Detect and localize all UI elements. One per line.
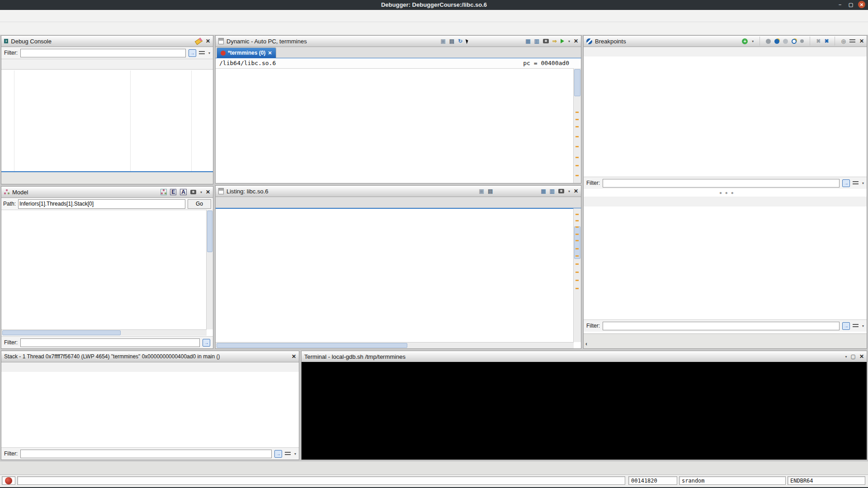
- track-pc-icon[interactable]: [561, 39, 564, 43]
- panel-title: Dynamic - Auto PC, termmines: [226, 38, 307, 45]
- disassembly-listing[interactable]: [216, 208, 574, 342]
- pointer-icon[interactable]: [466, 38, 469, 44]
- scroll-tabs-left-icon[interactable]: ‹: [585, 341, 587, 347]
- filter-result-icon[interactable]: →: [842, 179, 850, 187]
- chevron-down-icon[interactable]: ▾: [862, 324, 864, 328]
- elements-toggle[interactable]: E: [170, 189, 176, 195]
- console-filter-input[interactable]: [20, 49, 186, 57]
- chevron-down-icon[interactable]: ▾: [208, 51, 210, 55]
- dynamic-vscrollbar[interactable]: [573, 68, 581, 183]
- close-icon[interactable]: ✕: [574, 38, 578, 44]
- filter-result-icon[interactable]: →: [842, 322, 850, 330]
- filter-label: Filter:: [4, 450, 18, 457]
- navigate-icon[interactable]: ◎: [841, 38, 845, 44]
- listing-hscrollbar[interactable]: [216, 342, 574, 348]
- window-titlebar: Debugger: DebuggerCourse:/libc.so.6 – ▢ …: [0, 0, 868, 10]
- filter-result-icon[interactable]: →: [203, 339, 210, 347]
- dynamic-listing-panel: Dynamic - Auto PC, termmines ▣ ▤ ↻ ▦ ▥ ⇒…: [215, 35, 581, 183]
- copy-icon[interactable]: ▣: [479, 188, 484, 194]
- table-view-icon[interactable]: ▦: [525, 38, 530, 44]
- attributes-toggle[interactable]: A: [180, 189, 187, 195]
- paste-icon[interactable]: ▤: [488, 188, 493, 194]
- chevron-down-icon[interactable]: ▾: [862, 181, 864, 185]
- enable-icon[interactable]: [766, 39, 771, 44]
- listing-vscrollbar[interactable]: [573, 208, 581, 342]
- breakpoints-filter-input[interactable]: [603, 179, 840, 188]
- filter-options-icon[interactable]: [285, 451, 291, 456]
- breakpoints-table-header: [584, 47, 867, 57]
- close-button[interactable]: ✕: [858, 1, 865, 8]
- chevron-down-icon[interactable]: ▾: [568, 189, 570, 193]
- close-icon[interactable]: ✕: [859, 353, 864, 360]
- maximize-button[interactable]: ▢: [847, 1, 854, 8]
- stack-filter-input[interactable]: [20, 450, 272, 458]
- close-icon[interactable]: ✕: [206, 38, 210, 44]
- filter-options-icon[interactable]: [853, 323, 859, 328]
- clear-console-icon[interactable]: [195, 38, 203, 45]
- chart-view-icon[interactable]: ▥: [534, 38, 539, 44]
- filter-result-icon[interactable]: →: [189, 49, 196, 57]
- stack-table-header: [1, 362, 299, 373]
- copy-icon[interactable]: ▣: [440, 38, 445, 44]
- model-hscrollbar[interactable]: [1, 329, 207, 336]
- hex-listing[interactable]: [216, 68, 574, 183]
- close-icon[interactable]: ✕: [859, 38, 864, 44]
- close-tab-icon[interactable]: ✕: [268, 50, 272, 56]
- add-breakpoint-icon[interactable]: +: [742, 38, 748, 44]
- main-toolbar: [0, 22, 868, 35]
- snapshot-icon[interactable]: [190, 190, 196, 194]
- recording-icon: [221, 51, 226, 56]
- field-options-icon[interactable]: ▥: [550, 188, 555, 194]
- maximize-panel-icon[interactable]: ▢: [851, 354, 856, 359]
- model-panel: Model E A ▾ ✕ Path: Go Filter: →: [1, 186, 213, 349]
- console-table-header: [1, 59, 213, 70]
- terminal-output[interactable]: [302, 362, 867, 460]
- clear-icon[interactable]: ✖: [816, 38, 821, 44]
- close-icon[interactable]: ✕: [574, 188, 578, 194]
- paste-icon[interactable]: ▤: [449, 38, 454, 44]
- enable-all-icon[interactable]: [774, 39, 779, 44]
- filter-options-icon[interactable]: [853, 180, 859, 186]
- bottom-tab-strip: [0, 461, 868, 474]
- toggle-icon[interactable]: [800, 39, 804, 43]
- snapshot-icon[interactable]: [558, 189, 564, 193]
- model-filter-input[interactable]: [20, 338, 200, 347]
- minimize-button[interactable]: –: [836, 1, 844, 8]
- path-input[interactable]: [18, 199, 185, 209]
- table-view-icon[interactable]: ▦: [541, 188, 546, 194]
- go-button[interactable]: Go: [188, 199, 211, 209]
- snapshot-icon[interactable]: [543, 39, 549, 43]
- filter-result-icon[interactable]: →: [274, 450, 282, 458]
- chevron-down-icon[interactable]: ▾: [845, 355, 847, 359]
- make-effective-icon[interactable]: [792, 39, 797, 44]
- goto-pc-icon[interactable]: ⇒: [552, 38, 557, 44]
- filter-options-icon[interactable]: [199, 50, 205, 56]
- stack-panel: Stack - 1 Thread 0x7ffff7f56740 (LWP 465…: [1, 351, 299, 460]
- panel-title: Model: [12, 189, 28, 196]
- clear-all-icon[interactable]: ✖: [824, 38, 829, 44]
- close-icon[interactable]: ✕: [206, 189, 210, 195]
- static-listing-panel: Listing: libc.so.6 ▣ ▤ ▦ ▥ ▾ ✕: [215, 185, 581, 349]
- console-icon: ›: [4, 39, 8, 43]
- close-icon[interactable]: ✕: [292, 353, 296, 360]
- refresh-icon[interactable]: ↻: [458, 38, 462, 44]
- show-tree-icon[interactable]: [161, 189, 166, 195]
- status-bar: 00141820 srandom ENDBR64: [0, 474, 868, 488]
- chevron-down-icon[interactable]: ▾: [200, 190, 202, 194]
- console-tab-strip: [1, 171, 213, 184]
- disable-icon[interactable]: [783, 39, 788, 44]
- panel-title: Breakpoints: [595, 38, 626, 45]
- pc-value: pc = 00400ad0: [523, 60, 569, 66]
- chevron-down-icon[interactable]: ▾: [568, 39, 570, 43]
- panel-title: Listing: libc.so.6: [226, 188, 269, 195]
- model-vscrollbar[interactable]: [206, 210, 213, 329]
- filter-label: Filter:: [4, 339, 18, 346]
- listing-icon: [218, 188, 224, 194]
- window-buttons: – ▢ ✕: [836, 1, 865, 8]
- tab-termmines-trace[interactable]: *termmines (0) ✕: [217, 47, 276, 58]
- locations-filter-input[interactable]: [603, 322, 840, 330]
- configure-icon[interactable]: [849, 38, 856, 44]
- splitter-handle[interactable]: ● ● ●: [719, 190, 735, 195]
- chevron-down-icon[interactable]: ▾: [294, 452, 296, 456]
- chevron-down-icon[interactable]: ▾: [752, 39, 754, 43]
